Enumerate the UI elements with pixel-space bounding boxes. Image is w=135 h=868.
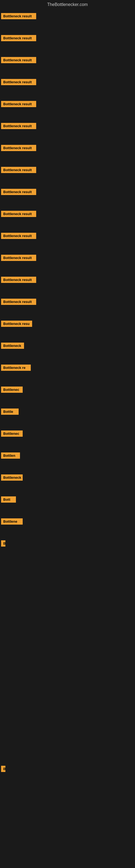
bottleneck-item-21: Bottlen (1, 452, 134, 460)
bottleneck-badge-20[interactable]: Bottlenec (1, 431, 23, 437)
bottleneck-item-14: Bottleneck result (1, 298, 134, 306)
bottleneck-badge-23[interactable]: Bott (1, 496, 16, 503)
bottleneck-badge-18[interactable]: Bottlenec (1, 386, 23, 393)
bottleneck-item-5: Bottleneck result (1, 100, 134, 108)
bottleneck-badge-22[interactable]: Bottleneck (1, 474, 23, 480)
bottleneck-badge-7[interactable]: Bottleneck result (1, 145, 36, 151)
bottleneck-item-12: Bottleneck result (1, 254, 134, 262)
bottleneck-item-25: B (1, 539, 134, 548)
bottleneck-badge-13[interactable]: Bottleneck result (1, 277, 36, 283)
bottleneck-item-9: Bottleneck result (1, 188, 134, 196)
bottleneck-badge-4[interactable]: Bottleneck result (1, 79, 36, 85)
bottleneck-badge-17[interactable]: Bottleneck re (1, 365, 31, 371)
bottleneck-badge-24[interactable]: Bottlene (1, 518, 23, 525)
bottleneck-badge-3[interactable]: Bottleneck result (1, 57, 36, 63)
items-container: Bottleneck resultBottleneck resultBottle… (0, 12, 135, 548)
bottleneck-badge-21[interactable]: Bottlen (1, 453, 20, 459)
bottleneck-item-4: Bottleneck result (1, 78, 134, 86)
bottleneck-item-1: Bottleneck result (1, 12, 134, 20)
bottleneck-item-20: Bottlenec (1, 429, 134, 438)
bottleneck-badge-9[interactable]: Bottleneck result (1, 189, 36, 195)
bottleneck-badge-8[interactable]: Bottleneck result (1, 167, 36, 173)
bottleneck-badge-10[interactable]: Bottleneck result (1, 211, 36, 217)
bottleneck-item-6: Bottleneck result (1, 122, 134, 130)
bottleneck-item-13: Bottleneck result (1, 276, 134, 284)
bottleneck-badge-11[interactable]: Bottleneck result (1, 233, 36, 239)
bottleneck-item-17: Bottleneck re (1, 364, 134, 372)
bottleneck-item-24: Bottlene (1, 517, 134, 526)
bottleneck-badge-1[interactable]: Bottleneck result (1, 13, 36, 19)
bottleneck-badge-2[interactable]: Bottleneck result (1, 35, 36, 41)
bottleneck-item-16: Bottleneck (1, 341, 134, 350)
site-title: TheBottlenecker.com (0, 0, 135, 9)
bottleneck-badge-5[interactable]: Bottleneck result (1, 101, 36, 107)
bottleneck-badge-14[interactable]: Bottleneck result (1, 299, 36, 305)
bottleneck-item-19: Bottle (1, 407, 134, 416)
bottleneck-item-22: Bottleneck (1, 473, 134, 482)
bottleneck-badge-19[interactable]: Bottle (1, 408, 18, 415)
bottleneck-item-18: Bottlenec (1, 385, 134, 394)
bottleneck-item-8: Bottleneck result (1, 166, 134, 174)
bottleneck-badge-12[interactable]: Bottleneck result (1, 255, 36, 261)
bottleneck-badge-25[interactable]: B (1, 540, 5, 547)
bottleneck-badge-6[interactable]: Bottleneck result (1, 123, 36, 129)
bottleneck-item-15: Bottleneck resu (1, 319, 134, 328)
bottleneck-item-10: Bottleneck result (1, 210, 134, 218)
bottleneck-badge-last[interactable]: B (1, 766, 5, 772)
bottleneck-item-2: Bottleneck result (1, 34, 134, 42)
bottleneck-item-7: Bottleneck result (1, 144, 134, 152)
last-item-container: B (1, 765, 135, 773)
bottleneck-badge-16[interactable]: Bottleneck (1, 343, 24, 349)
bottleneck-item-23: Bott (1, 495, 134, 504)
bottleneck-item-11: Bottleneck result (1, 231, 134, 240)
bottleneck-badge-15[interactable]: Bottleneck resu (1, 321, 32, 327)
bottleneck-item-3: Bottleneck result (1, 56, 134, 64)
